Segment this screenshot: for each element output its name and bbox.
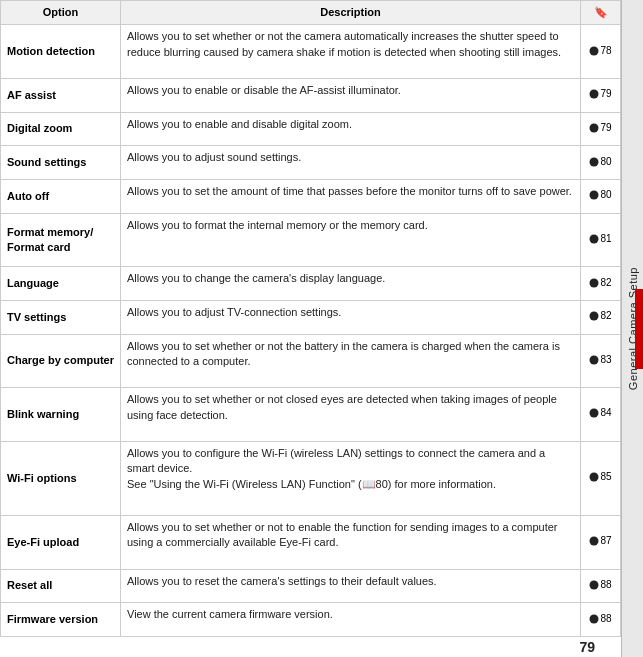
option-cell: TV settings — [1, 300, 121, 334]
description-cell: Allows you to adjust TV-connection setti… — [121, 300, 581, 334]
ref-cell: 78 — [581, 25, 621, 79]
option-cell: Eye-Fi upload — [1, 516, 121, 570]
svg-point-11 — [590, 537, 599, 546]
svg-point-5 — [590, 234, 599, 243]
description-cell: Allows you to configure the Wi-Fi (wirel… — [121, 441, 581, 515]
table-row: Firmware versionView the current camera … — [1, 603, 621, 637]
option-cell: Motion detection — [1, 25, 121, 79]
table-row: Eye-Fi uploadAllows you to set whether o… — [1, 516, 621, 570]
description-cell: Allows you to enable or disable the AF-a… — [121, 78, 581, 112]
description-cell: Allows you to change the camera's displa… — [121, 267, 581, 301]
description-cell: Allows you to set whether or not closed … — [121, 388, 581, 442]
ref-cell: 83 — [581, 334, 621, 388]
svg-point-8 — [590, 355, 599, 364]
main-content: Option Description 🔖 Motion detectionAll… — [0, 0, 621, 657]
option-cell: AF assist — [1, 78, 121, 112]
svg-point-4 — [590, 191, 599, 200]
option-cell: Charge by computer — [1, 334, 121, 388]
option-cell: Reset all — [1, 569, 121, 603]
svg-point-0 — [590, 46, 599, 55]
option-cell: Format memory/ Format card — [1, 213, 121, 267]
description-column-header: Description — [121, 1, 581, 25]
ref-cell: 84 — [581, 388, 621, 442]
description-cell: Allows you to reset the camera's setting… — [121, 569, 581, 603]
description-cell: Allows you to set the amount of time tha… — [121, 179, 581, 213]
ref-cell: 82 — [581, 267, 621, 301]
sidebar-red-bar — [635, 289, 643, 369]
svg-point-2 — [590, 123, 599, 132]
sidebar: General Camera Setup — [621, 0, 643, 657]
svg-point-1 — [590, 90, 599, 99]
ref-cell: 88 — [581, 603, 621, 637]
description-cell: Allows you to set whether or not the bat… — [121, 334, 581, 388]
option-cell: Firmware version — [1, 603, 121, 637]
svg-point-13 — [590, 614, 599, 623]
option-column-header: Option — [1, 1, 121, 25]
options-table: Option Description 🔖 Motion detectionAll… — [0, 0, 621, 637]
table-row: TV settingsAllows you to adjust TV-conne… — [1, 300, 621, 334]
svg-point-10 — [590, 473, 599, 482]
description-cell: Allows you to enable and disable digital… — [121, 112, 581, 146]
ref-cell: 88 — [581, 569, 621, 603]
ref-cell: 85 — [581, 441, 621, 515]
description-cell: View the current camera firmware version… — [121, 603, 581, 637]
table-row: AF assistAllows you to enable or disable… — [1, 78, 621, 112]
ref-cell: 79 — [581, 78, 621, 112]
ref-cell: 80 — [581, 146, 621, 180]
ref-cell: 80 — [581, 179, 621, 213]
page-number: 79 — [0, 637, 621, 657]
ref-cell: 87 — [581, 516, 621, 570]
description-cell: Allows you to format the internal memory… — [121, 213, 581, 267]
svg-point-3 — [590, 157, 599, 166]
svg-point-6 — [590, 278, 599, 287]
option-cell: Digital zoom — [1, 112, 121, 146]
table-row: LanguageAllows you to change the camera'… — [1, 267, 621, 301]
option-cell: Blink warning — [1, 388, 121, 442]
svg-point-12 — [590, 580, 599, 589]
ref-column-header: 🔖 — [581, 1, 621, 25]
table-row: Reset allAllows you to reset the camera'… — [1, 569, 621, 603]
table-row: Blink warningAllows you to set whether o… — [1, 388, 621, 442]
table-row: Digital zoomAllows you to enable and dis… — [1, 112, 621, 146]
table-row: Charge by computerAllows you to set whet… — [1, 334, 621, 388]
description-cell: Allows you to set whether or not to enab… — [121, 516, 581, 570]
table-row: Sound settingsAllows you to adjust sound… — [1, 146, 621, 180]
option-cell: Wi-Fi options — [1, 441, 121, 515]
svg-point-9 — [590, 409, 599, 418]
table-row: Auto offAllows you to set the amount of … — [1, 179, 621, 213]
option-cell: Sound settings — [1, 146, 121, 180]
ref-cell: 81 — [581, 213, 621, 267]
svg-point-7 — [590, 312, 599, 321]
table-row: Format memory/ Format cardAllows you to … — [1, 213, 621, 267]
description-cell: Allows you to adjust sound settings. — [121, 146, 581, 180]
ref-cell: 82 — [581, 300, 621, 334]
ref-cell: 79 — [581, 112, 621, 146]
option-cell: Auto off — [1, 179, 121, 213]
description-cell: Allows you to set whether or not the cam… — [121, 25, 581, 79]
table-row: Motion detectionAllows you to set whethe… — [1, 25, 621, 79]
table-row: Wi-Fi optionsAllows you to configure the… — [1, 441, 621, 515]
option-cell: Language — [1, 267, 121, 301]
